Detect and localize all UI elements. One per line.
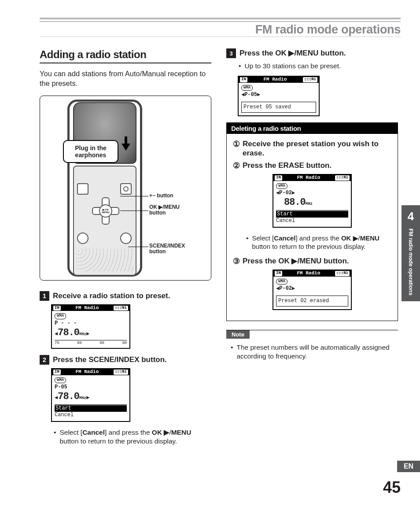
step-badge: 2 [40, 355, 49, 365]
language-tab: EN [397, 461, 420, 472]
erase-button-icon [77, 233, 88, 244]
section-title: Adding a radio station [40, 48, 211, 63]
rec-button-icon [120, 183, 132, 195]
dpad: ▶OK MENU [92, 197, 119, 225]
stop-button-icon [77, 183, 88, 195]
del-step-2: ②Press the ERASE button. [233, 161, 391, 171]
side-tab: 4 FM radio mode operations [402, 205, 420, 301]
device-diagram: ▶OK MENU Plug in the earphones +− button… [40, 96, 211, 281]
deleting-title: Deleting a radio station [227, 123, 398, 134]
ok-menu-center: ▶OK MENU [99, 204, 112, 218]
step-2-text: Press the SCENE/INDEX button. [53, 355, 167, 365]
step-2-note: • Select [Cancel] and press the OK ▶/MEN… [54, 428, 211, 446]
step-3: 3 Press the OK ▶/MENU button. [226, 48, 398, 58]
side-label: FM radio mode operations [408, 229, 414, 295]
freq-scale: 76808690 [55, 340, 127, 345]
header-rule [40, 18, 401, 22]
label-okmenu: OK ▶/MENU button [149, 204, 190, 216]
note-text: •The preset numbers will be automaticall… [231, 343, 398, 361]
label-plusminus: +− button [149, 193, 173, 199]
step-3-text: Press the OK ▶/MENU button. [239, 48, 346, 58]
step-3-note: •Up to 30 stations can be preset. [239, 62, 398, 70]
deleting-box: Deleting a radio station ①Receive the pr… [226, 122, 398, 321]
speaker-grille [76, 248, 133, 271]
lcd-screen-2: INFM Radio▯▯▯Ni WMA P-05 ◀78.0MHz▶ Start… [51, 368, 130, 422]
del-step-3: ③Press the OK ▶/MENU button. [233, 256, 391, 266]
del-step-1: ①Receive the preset station you wish to … [233, 139, 391, 158]
lcd-screen-1: INFM Radio▯▯▯Ni WMA P - - - ◀78.0MHz▶ 76… [51, 304, 130, 349]
lcd-screen-3: INFM Radio▯▯▯Ni WMA ◀P-05▶ Preset 05 sav… [238, 76, 320, 116]
scene-button-icon [120, 233, 132, 244]
step-1-text: Receive a radio station to preset. [53, 291, 170, 301]
note-box: Note •The preset numbers will be automat… [226, 330, 398, 361]
intro-text: You can add stations from Auto/Manual re… [40, 69, 211, 89]
lcd-del-b: INFM Radio▯▯▯Ni WMA ◀P-02▶ Preset 02 era… [273, 270, 352, 310]
leader-line [128, 247, 148, 247]
left-column: Adding a radio station You can add stati… [40, 48, 211, 451]
del-note: • Select [Cancel] and press the OK ▶/MEN… [246, 234, 387, 251]
chapter-number: 4 [402, 210, 420, 223]
step-2: 2 Press the SCENE/INDEX button. [40, 355, 211, 365]
note-label: Note [226, 330, 250, 339]
page-number: 45 [383, 478, 401, 497]
step-badge: 3 [226, 48, 236, 58]
step-1: 1 Receive a radio station to preset. [40, 291, 211, 301]
lcd-del-a: INFM Radio▯▯▯Ni WMA ◀P-02▶ 88.0MHz Start… [273, 174, 352, 228]
earphone-callout: Plug in the earphones [63, 140, 118, 163]
chapter-title: FM radio mode operations [40, 23, 401, 37]
leader-line [120, 196, 148, 196]
arrow-down-icon [122, 137, 130, 152]
leader-line [120, 211, 148, 211]
step-badge: 1 [40, 291, 49, 301]
right-column: 3 Press the OK ▶/MENU button. •Up to 30 … [226, 48, 398, 451]
label-scene: SCENE/INDEX button [149, 243, 193, 255]
